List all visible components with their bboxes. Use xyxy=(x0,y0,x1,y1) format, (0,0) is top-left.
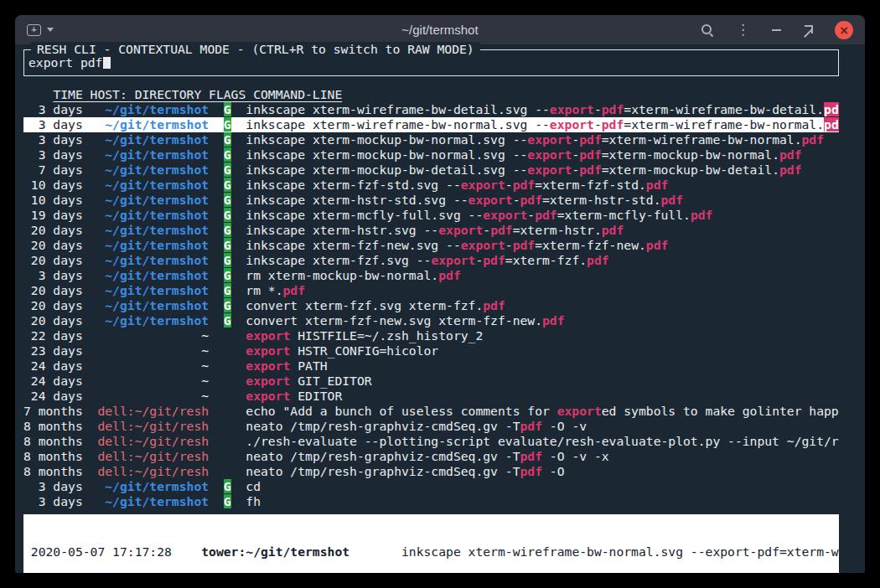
row-command-segment: - xyxy=(483,223,490,237)
history-row[interactable]: 20 days ~/git/termshot G inkscape xterm-… xyxy=(23,223,839,238)
spacer xyxy=(97,494,105,508)
row-command-segment: -O -v -x xyxy=(542,449,609,463)
spacer xyxy=(231,268,246,282)
history-row[interactable]: 20 days ~/git/termshot G inkscape xterm-… xyxy=(23,253,839,268)
minimize-button[interactable] xyxy=(772,29,781,31)
row-command-segment: neato /tmp/resh-graphviz-cmdSeq.gv -T xyxy=(246,419,520,433)
row-command-segment: HSTR_CONFIG=hicolor xyxy=(290,343,438,358)
row-time: 3 days xyxy=(23,102,97,116)
history-row[interactable]: 8 months dell:~/git/resh ./resh-evaluate… xyxy=(23,434,839,449)
spacer xyxy=(97,117,105,132)
history-row[interactable]: 3 days ~/git/termshot G rm xterm-mockup-… xyxy=(23,268,839,283)
row-command-segment: ed symbols to make golinter happ xyxy=(602,404,839,418)
history-row[interactable]: 7 days ~/git/termshot G inkscape xterm-m… xyxy=(23,162,839,178)
history-row[interactable]: 24 days ~ export PATH xyxy=(23,358,839,374)
row-command-segment: pdf xyxy=(438,268,461,282)
row-command-segment: inkscape xterm-fzf-std.svg -- xyxy=(246,178,460,192)
row-command-segment: pdf xyxy=(283,283,306,297)
history-row[interactable]: 22 days ~ export HISTFILE=~/.zsh_history… xyxy=(23,328,839,343)
row-command-segment: inkscape xterm-hstr-std.svg -- xyxy=(246,193,468,207)
history-row[interactable]: 19 days ~/git/termshot G inkscape xterm-… xyxy=(23,208,839,223)
row-time: 3 days xyxy=(23,494,97,508)
row-flag: G xyxy=(224,313,231,328)
history-row[interactable]: 24 days ~ export GIT_EDITOR xyxy=(23,374,839,389)
titlebar[interactable]: + ~/git/termshot ⋮ × xyxy=(15,15,865,45)
history-row[interactable]: 3 days ~/git/termshot G inkscape xterm-m… xyxy=(23,132,839,147)
spacer xyxy=(209,358,224,373)
restore-button[interactable] xyxy=(803,25,813,35)
search-input[interactable]: export pdf xyxy=(28,55,838,70)
row-flag: G xyxy=(224,283,231,297)
row-command-segment: pdf xyxy=(587,253,609,267)
history-row[interactable]: 20 days ~/git/termshot G rm *.pdf xyxy=(23,283,839,298)
spacer xyxy=(349,544,401,559)
row-command-segment: convert xterm-fzf.svg xterm-fzf. xyxy=(246,298,483,312)
row-command-segment: rm xterm-mockup-bw-normal. xyxy=(246,268,438,282)
row-flag: G xyxy=(224,494,231,508)
row-flag: G xyxy=(224,132,231,147)
terminal-screen[interactable]: RESH CLI - CONTEXTUAL MODE - (CTRL+R to … xyxy=(15,45,865,573)
new-tab-button[interactable]: + xyxy=(27,24,54,36)
row-command-segment: - xyxy=(572,147,579,162)
row-command-segment: pdf xyxy=(520,449,542,463)
row-command-segment: export xyxy=(246,343,290,358)
history-row[interactable]: 3 days ~/git/termshot G fh xyxy=(23,494,839,509)
row-command-segment: pdf xyxy=(490,223,513,237)
spacer xyxy=(97,253,105,267)
row-command-segment: neato /tmp/resh-graphviz-cmdSeq.gv -T xyxy=(246,464,520,478)
search-box: RESH CLI - CONTEXTUAL MODE - (CTRL+R to … xyxy=(23,49,839,76)
row-flag: G xyxy=(224,102,231,116)
spacer xyxy=(97,208,105,222)
row-command-segment: pdf xyxy=(779,162,802,177)
row-time: 7 months xyxy=(23,404,97,418)
spacer xyxy=(209,389,224,403)
row-command-segment: - xyxy=(475,253,483,267)
history-row[interactable]: 8 months dell:~/git/resh neato /tmp/resh… xyxy=(23,419,839,434)
history-row[interactable]: 20 days ~/git/termshot G inkscape xterm-… xyxy=(23,238,839,253)
history-row[interactable]: 3 days ~/git/termshot G inkscape xterm-w… xyxy=(23,117,839,132)
row-command-segment: inkscape xterm-fzf.svg -- xyxy=(246,253,431,267)
history-row[interactable]: 3 days ~/git/termshot G inkscape xterm-m… xyxy=(23,147,839,162)
close-button[interactable]: × xyxy=(835,21,853,39)
row-command-segment: export xyxy=(431,253,475,267)
row-flag: G xyxy=(224,298,231,312)
history-row[interactable]: 3 days ~/git/termshot G cd xyxy=(23,479,839,494)
history-row[interactable]: 7 months dell:~/git/resh echo "Add a bun… xyxy=(23,404,839,419)
row-time: 8 months xyxy=(23,434,97,448)
spacer xyxy=(23,87,53,101)
row-command-segment: - xyxy=(572,132,579,147)
row-command-segment: inkscape xterm-mcfly-full.svg -- xyxy=(246,208,483,222)
spacer xyxy=(224,374,231,388)
history-row[interactable]: 20 days ~/git/termshot G convert xterm-f… xyxy=(23,298,839,313)
spacer xyxy=(209,268,224,282)
spacer xyxy=(209,479,224,493)
history-row[interactable]: 24 days ~ export EDITOR xyxy=(23,389,839,404)
row-directory: ~ xyxy=(201,328,209,343)
search-button[interactable] xyxy=(701,23,714,37)
row-command-segment: pdf xyxy=(602,102,624,116)
spacer xyxy=(231,494,246,508)
row-flag: G xyxy=(224,479,231,493)
history-row[interactable]: 20 days ~/git/termshot G convert xterm-f… xyxy=(23,313,839,328)
menu-button[interactable]: ⋮ xyxy=(736,23,750,37)
row-time: 3 days xyxy=(23,268,97,282)
spacer xyxy=(224,358,231,373)
spacer xyxy=(231,313,246,328)
row-flag: G xyxy=(224,253,231,267)
spacer xyxy=(231,404,246,418)
row-command-segment: pdf xyxy=(520,419,542,433)
row-command-segment: inkscape xterm-mockup-bw-normal.svg -- xyxy=(246,147,527,162)
row-directory: dell:~/git/resh xyxy=(97,404,209,418)
history-row[interactable]: 10 days ~/git/termshot G inkscape xterm-… xyxy=(23,193,839,208)
row-command-segment: =xterm-wireframe-bw-detail. xyxy=(624,102,824,116)
spacer xyxy=(209,238,224,252)
row-time: 20 days xyxy=(23,298,97,312)
row-directory: dell:~/git/resh xyxy=(97,434,209,448)
spacer xyxy=(97,132,105,147)
history-row[interactable]: 8 months dell:~/git/resh neato /tmp/resh… xyxy=(23,449,839,464)
history-row[interactable]: 8 months dell:~/git/resh neato /tmp/resh… xyxy=(23,464,839,479)
history-row[interactable]: 23 days ~ export HSTR_CONFIG=hicolor xyxy=(23,343,839,358)
history-row[interactable]: 10 days ~/git/termshot G inkscape xterm-… xyxy=(23,178,839,193)
history-row[interactable]: 3 days ~/git/termshot G inkscape xterm-w… xyxy=(23,102,839,117)
row-command-segment: export xyxy=(461,178,505,192)
